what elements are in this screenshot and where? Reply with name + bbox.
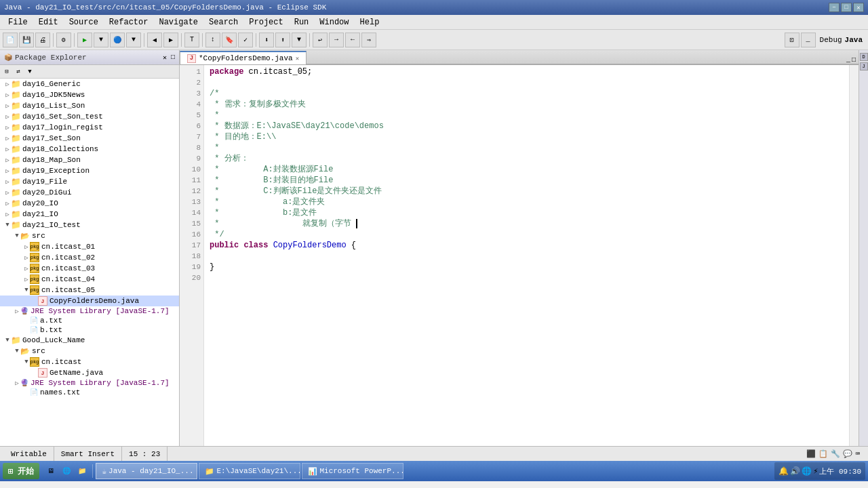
- tree-item-namestxt[interactable]: 📄 names.txt: [0, 388, 179, 397]
- tree-item-jre2[interactable]: ▷ 🔮 JRE System Library [JavaSE-1.7]: [0, 378, 179, 388]
- new-btn[interactable]: 📄: [3, 33, 18, 47]
- menu-file[interactable]: File: [3, 16, 33, 28]
- tree-item-day16Set[interactable]: ▷ 📁 day16_Set_Son_test: [0, 111, 179, 122]
- maximize-editor-icon[interactable]: □: [852, 56, 856, 64]
- tree-item-day21io[interactable]: ▷ 📁 day21_IO: [0, 209, 179, 220]
- expand-arrow[interactable]: ▷: [4, 124, 11, 131]
- expand-arrow[interactable]: ▷: [4, 102, 11, 110]
- expand-arrow[interactable]: ▷: [4, 200, 11, 207]
- tree-item-cn03[interactable]: ▷ pkg cn.itcast_03: [0, 263, 179, 274]
- expand-arrow[interactable]: ▷: [4, 157, 11, 164]
- folder-btn[interactable]: 📁: [75, 464, 90, 479]
- next-edit-btn[interactable]: ▶: [163, 33, 178, 47]
- collapse-all-btn[interactable]: ⊟: [1, 66, 12, 77]
- expand-arrow[interactable]: ▷: [4, 135, 11, 142]
- tray-icon3[interactable]: 🌐: [802, 466, 812, 476]
- expand-arrow[interactable]: ▷: [14, 380, 20, 387]
- next-anno-btn[interactable]: ⬇: [259, 33, 274, 47]
- run-btn[interactable]: ▶: [77, 33, 92, 47]
- tree-item-day20io[interactable]: ▷ 📁 day20_IO: [0, 198, 179, 209]
- fwd-btn[interactable]: ⇒: [361, 33, 376, 47]
- run-dropdown-btn[interactable]: ▼: [94, 33, 108, 47]
- tree-item-day17set[interactable]: ▷ 📁 day17_Set_Son: [0, 133, 179, 144]
- perspective-btn[interactable]: ⊡: [785, 33, 800, 47]
- prev-anno-btn[interactable]: ⬆: [275, 33, 290, 47]
- taskbar-app-eclipse[interactable]: ☕ Java - day21_IO_...: [96, 463, 197, 479]
- expand-arrow-cnitcast[interactable]: ▼: [23, 359, 30, 365]
- menu-window[interactable]: Window: [314, 16, 354, 28]
- tree-item-day18map[interactable]: ▷ 📁 day18_Map_Son: [0, 155, 179, 165]
- panel-minimize-icon[interactable]: □: [171, 54, 175, 61]
- start-button[interactable]: ⊞ 开始: [3, 463, 39, 479]
- synchronize-btn[interactable]: ↕: [205, 33, 220, 47]
- prev-loc-btn[interactable]: ←: [345, 33, 360, 47]
- expand-arrow[interactable]: ▷: [4, 113, 11, 121]
- menu-source[interactable]: Source: [64, 16, 104, 28]
- taskbar-app-powerpoint[interactable]: 📊 Microsoft PowerP...: [302, 463, 403, 479]
- expand-arrow[interactable]: ▷: [4, 189, 11, 197]
- expand-arrow[interactable]: ▷: [4, 178, 11, 186]
- tree-item-day20digui[interactable]: ▷ 📁 day20_DiGui: [0, 187, 179, 198]
- tab-close-icon[interactable]: ✕: [296, 55, 299, 62]
- tree-item-cn02[interactable]: ▷ pkg cn.itcast_02: [0, 252, 179, 263]
- tree-item-copyfoldersdemo[interactable]: J CopyFoldersDemo.java: [0, 296, 179, 306]
- editor-tab-copyfolders[interactable]: J *CopyFoldersDemo.java ✕: [180, 51, 307, 64]
- expand-arrow-goodluck[interactable]: ▼: [4, 337, 11, 344]
- coverage-btn[interactable]: 🔵: [110, 33, 125, 47]
- expand-arrow-cn05[interactable]: ▼: [23, 287, 30, 293]
- tree-item-goodluck[interactable]: ▼ 📁 Good_Luck_Name: [0, 335, 179, 346]
- menu-help[interactable]: Help: [355, 16, 385, 28]
- menu-search[interactable]: Search: [203, 16, 243, 28]
- tray-icon1[interactable]: 🔔: [778, 466, 789, 476]
- tray-icon2[interactable]: 🔊: [790, 466, 800, 476]
- maximize-button[interactable]: □: [841, 3, 852, 12]
- tree-item-day16List[interactable]: ▷ 📁 day16_List_Son: [0, 100, 179, 111]
- link-editor-btn[interactable]: ⇄: [13, 66, 24, 77]
- minimize-panel-btn[interactable]: _: [801, 33, 816, 47]
- tree-item-goodluck-src[interactable]: ▼ 📂 src: [0, 346, 179, 357]
- tree-item-atxt[interactable]: 📄 a.txt: [0, 316, 179, 325]
- menu-refactor[interactable]: Refactor: [104, 16, 154, 28]
- panel-close-icon[interactable]: ✕: [163, 54, 167, 62]
- ie-btn[interactable]: 🌐: [59, 464, 74, 479]
- expand-arrow[interactable]: ▷: [4, 167, 11, 175]
- expand-arrow[interactable]: ▷: [23, 265, 30, 272]
- expand-arrow[interactable]: ▷: [23, 254, 30, 262]
- taskbar-app-explorer[interactable]: 📁 E:\JavaSE\day21\...: [199, 463, 300, 479]
- tree-item-src[interactable]: ▼ 📂 src: [0, 230, 179, 241]
- task-btn[interactable]: ✓: [238, 33, 253, 47]
- expand-arrow[interactable]: ▷: [4, 81, 11, 88]
- tree-item-day17login[interactable]: ▷ 📁 day17_login_regist: [0, 122, 179, 133]
- tree-item-day18col[interactable]: ▷ 📁 day18_Collections: [0, 144, 179, 155]
- minimize-editor-icon[interactable]: _: [846, 56, 850, 64]
- expand-arrow[interactable]: ▷: [4, 92, 11, 99]
- expand-arrow[interactable]: ▷: [23, 243, 30, 251]
- tree-item-cn01[interactable]: ▷ pkg cn.itcast_01: [0, 241, 179, 252]
- tree-item-cn-itcast[interactable]: ▼ pkg cn.itcast: [0, 357, 179, 367]
- tree-item-jre1[interactable]: ▷ 🔮 JRE System Library [JavaSE-1.7]: [0, 306, 179, 316]
- anno-dropdown-btn[interactable]: ▼: [292, 33, 307, 47]
- tree-item-day19file[interactable]: ▷ 📁 day19_File: [0, 176, 179, 187]
- run-ext-tools-btn[interactable]: ⚙: [56, 33, 71, 47]
- menu-project[interactable]: Project: [243, 16, 288, 28]
- tree-item-day16Generic[interactable]: ▷ 📁 day16_Generic: [0, 79, 179, 89]
- show-desktop-btn[interactable]: 🖥: [43, 464, 58, 479]
- tree-item-day16JDK5[interactable]: ▷ 📁 day16_JDK5News: [0, 89, 179, 100]
- persp-java[interactable]: J: [860, 62, 868, 70]
- prev-edit-btn[interactable]: ◀: [147, 33, 162, 47]
- last-edit-btn[interactable]: ↩: [313, 33, 328, 47]
- tree-item-day19ex[interactable]: ▷ 📁 day19_Exception: [0, 165, 179, 176]
- expand-arrow[interactable]: ▷: [4, 146, 11, 153]
- expand-arrow[interactable]: ▷: [4, 211, 11, 218]
- tray-icon4[interactable]: ⚡: [813, 466, 818, 476]
- persp-debug[interactable]: D: [860, 53, 868, 61]
- code-content[interactable]: package cn.itcast_05; /* * 需求：复制多极文件夹 * …: [204, 65, 849, 446]
- debug-dropdown-btn[interactable]: ▼: [126, 33, 141, 47]
- print-btn[interactable]: 🖨: [35, 33, 50, 47]
- save-btn[interactable]: 💾: [19, 33, 34, 47]
- bookmark-btn[interactable]: 🔖: [222, 33, 237, 47]
- tree-item-getname[interactable]: J GetName.java: [0, 367, 179, 378]
- expand-arrow-goodsrc[interactable]: ▼: [14, 348, 20, 354]
- expand-arrow-src[interactable]: ▼: [14, 232, 20, 239]
- tree-item-btxt[interactable]: 📄 b.txt: [0, 325, 179, 335]
